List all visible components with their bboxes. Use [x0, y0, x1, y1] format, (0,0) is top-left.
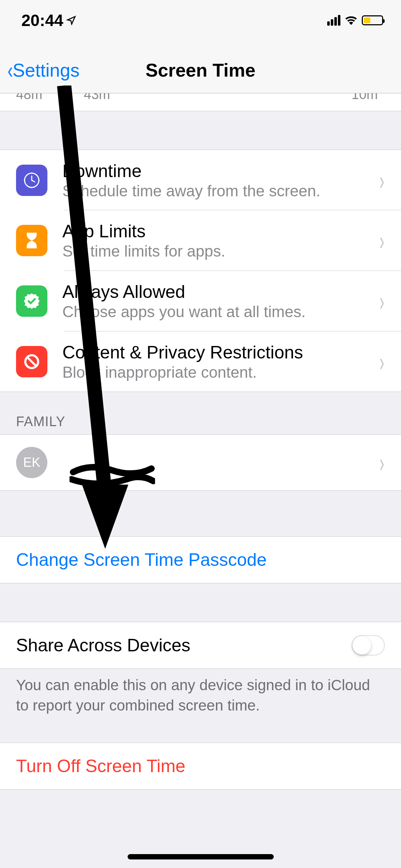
row-title: App Limits — [62, 221, 375, 242]
hourglass-icon — [16, 225, 47, 256]
status-time: 20:44 — [21, 11, 76, 30]
location-icon — [66, 15, 76, 25]
share-devices-toggle[interactable] — [351, 635, 385, 656]
chevron-right-icon: › — [380, 225, 384, 256]
always-allowed-row[interactable]: Always Allowed Choose apps you want at a… — [0, 271, 401, 331]
share-devices-label: Share Across Devices — [16, 635, 351, 656]
avatar: EK — [16, 447, 47, 478]
status-bar: 20:44 — [0, 0, 401, 47]
change-passcode-label: Change Screen Time Passcode — [16, 549, 267, 570]
share-devices-footer: You can enable this on any device signed… — [0, 669, 401, 723]
chevron-right-icon: › — [380, 286, 384, 317]
chart-value: 43m — [84, 93, 219, 102]
turn-off-label: Turn Off Screen Time — [16, 756, 185, 776]
row-title: Downtime — [62, 161, 375, 181]
family-header: FAMILY — [0, 392, 401, 434]
chart-value: 48m — [16, 93, 84, 102]
chart-row-partial[interactable]: 48m 43m 10m — [0, 93, 401, 111]
row-title: Content & Privacy Restrictions — [62, 342, 375, 363]
content-privacy-row[interactable]: Content & Privacy Restrictions Block ina… — [0, 331, 401, 392]
battery-icon — [362, 15, 383, 25]
row-subtitle: Block inappropriate content. — [62, 363, 375, 381]
chart-value: 10m — [219, 93, 385, 102]
wifi-icon — [345, 16, 358, 25]
chevron-right-icon: › — [380, 165, 384, 196]
checkmark-seal-icon — [16, 285, 47, 317]
change-passcode-row[interactable]: Change Screen Time Passcode — [0, 536, 401, 583]
page-title: Screen Time — [0, 60, 401, 81]
row-subtitle: Schedule time away from the screen. — [62, 182, 375, 200]
home-indicator[interactable] — [128, 854, 274, 859]
downtime-row[interactable]: Downtime Schedule time away from the scr… — [0, 150, 401, 210]
share-devices-row[interactable]: Share Across Devices — [0, 622, 401, 669]
row-subtitle: Set time limits for apps. — [62, 242, 375, 260]
row-subtitle: Choose apps you want at all times. — [62, 303, 375, 321]
app-limits-row[interactable]: App Limits Set time limits for apps. › — [0, 210, 401, 271]
row-title: Always Allowed — [62, 281, 375, 302]
nosign-icon — [16, 346, 47, 377]
clock-icon — [16, 165, 47, 196]
chevron-right-icon: › — [380, 346, 384, 377]
navigation-bar: ‹ Settings Screen Time — [0, 47, 401, 93]
turn-off-row[interactable]: Turn Off Screen Time — [0, 743, 401, 790]
status-indicators — [327, 15, 383, 26]
chevron-right-icon: › — [380, 447, 384, 478]
cellular-icon — [327, 15, 340, 26]
svg-line-2 — [27, 357, 36, 366]
family-member-row[interactable]: EK E— K— › — [0, 434, 401, 491]
